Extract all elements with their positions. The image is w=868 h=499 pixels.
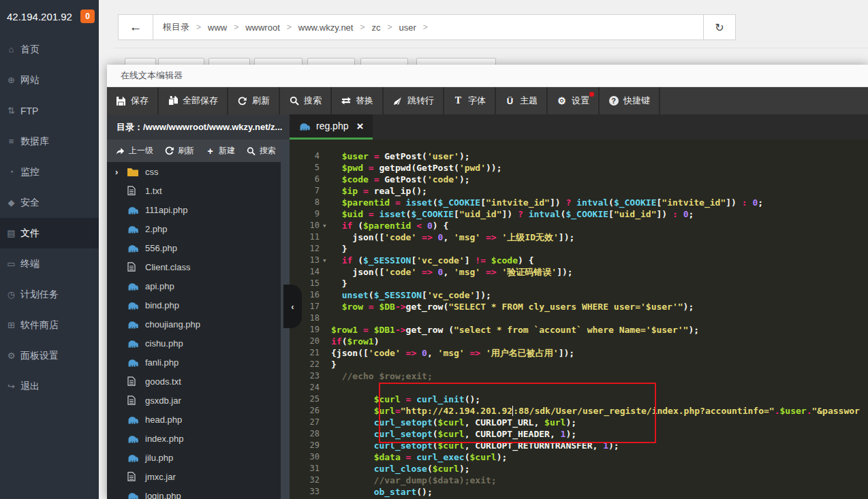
code-line: 28 curl_setopt($curl, CURLOPT_HEADER, 1)… xyxy=(290,428,868,440)
chevron-expand-icon[interactable]: › xyxy=(115,167,121,177)
notification-dot xyxy=(589,92,594,97)
refresh-action[interactable]: 刷新 xyxy=(165,145,194,157)
file-item[interactable]: gsxdb.jar xyxy=(107,391,281,410)
goto-line-button[interactable]: 跳转行 xyxy=(384,87,443,114)
sidebar-item-7[interactable]: ▤文件 xyxy=(0,218,99,248)
file-item[interactable]: 2.php xyxy=(107,219,281,238)
breadcrumb-item[interactable]: www.wkzy.net xyxy=(298,22,354,33)
file-item[interactable]: login.php xyxy=(107,486,281,499)
file-item[interactable]: 1.txt xyxy=(107,181,281,200)
file-name: choujiang.php xyxy=(145,319,200,329)
save-button[interactable]: 保存 xyxy=(107,87,157,114)
plus-icon: + xyxy=(206,146,215,155)
collapse-panel-handle[interactable]: ‹ xyxy=(283,285,302,328)
php-file-icon xyxy=(127,491,139,499)
file-item[interactable]: goods.txt xyxy=(107,372,281,391)
search-button[interactable]: 搜索 xyxy=(280,87,330,114)
file-name: 556.php xyxy=(145,243,177,253)
theme-button[interactable]: Ü主题 xyxy=(496,87,546,114)
sidebar-item-11[interactable]: ⚙面板设置 xyxy=(0,340,99,371)
file-item[interactable]: fanli.php xyxy=(107,353,281,372)
file-item[interactable]: index.php xyxy=(107,429,281,448)
fold-gutter xyxy=(320,370,331,382)
file-item[interactable]: head.php xyxy=(107,410,281,429)
line-number: 6 xyxy=(290,174,320,185)
code-line: 11 json(['code' => 0, 'msg' => '上级ID无效']… xyxy=(290,231,868,243)
directory-path-label: 目录：/www/wwwroot/www.wkzy.net/z... xyxy=(107,114,290,140)
php-file-icon xyxy=(127,338,139,349)
sidebar: 42.194.201.92 0 ⌂首页⊕网站⇅FTP≡数据库◔监控◆安全▤文件▭… xyxy=(0,0,99,499)
file-item[interactable]: jmxc.jar xyxy=(107,467,281,486)
breadcrumb-item[interactable]: user xyxy=(399,22,416,33)
file-name: 2.php xyxy=(145,224,168,234)
search-action[interactable]: 搜索 xyxy=(247,145,276,157)
save-all-button[interactable]: 全部保存 xyxy=(159,87,227,114)
code-line: 32 //var_dump($data);exit; xyxy=(290,474,868,486)
tab-reg-php[interactable]: reg.php × xyxy=(290,114,373,140)
help-button[interactable]: ?快捷键 xyxy=(600,87,659,114)
server-ip: 42.194.201.92 xyxy=(7,11,72,22)
sidebar-item-5[interactable]: ◔监控 xyxy=(0,157,99,187)
up-level-action[interactable]: 上一级 xyxy=(116,145,153,157)
chevron-right-icon: > xyxy=(287,22,292,32)
refresh-button[interactable]: ↻ xyxy=(703,15,735,39)
breadcrumb-item[interactable]: www xyxy=(208,22,227,33)
code-line: 16 unset($_SESSION['vc_code']); xyxy=(290,289,868,301)
settings-button[interactable]: ⚙设置 xyxy=(548,87,598,114)
refresh-icon: ↻ xyxy=(715,21,724,34)
file-name: jilu.php xyxy=(145,453,173,463)
toolbar-label: 全部保存 xyxy=(183,95,218,107)
line-number: 4 xyxy=(290,150,320,162)
fold-arrow-icon[interactable]: ▾ xyxy=(320,220,331,231)
sidebar-item-3[interactable]: ⇅FTP xyxy=(0,95,99,126)
doc-file-icon xyxy=(127,186,139,196)
file-item[interactable]: api.php xyxy=(107,276,281,295)
line-number: 30 xyxy=(290,451,320,463)
breadcrumb-item[interactable]: zc xyxy=(371,22,380,33)
file-item[interactable]: bind.php xyxy=(107,295,281,315)
file-item[interactable]: choujiang.php xyxy=(107,315,281,334)
save-icon xyxy=(116,96,126,106)
sidebar-item-label: 软件商店 xyxy=(20,319,59,332)
sidebar-item-10[interactable]: ⊞软件商店 xyxy=(0,310,99,340)
sidebar-item-9[interactable]: ◷计划任务 xyxy=(0,279,99,310)
toolbar-label: 保存 xyxy=(131,95,149,107)
line-number: 8 xyxy=(290,197,320,208)
sidebar-item-6[interactable]: ◆安全 xyxy=(0,187,99,218)
sidebar-item-4[interactable]: ≡数据库 xyxy=(0,126,99,157)
file-item[interactable]: ›css xyxy=(107,162,281,181)
close-icon[interactable]: × xyxy=(356,120,363,132)
php-file-icon xyxy=(299,121,311,131)
sidebar-item-1[interactable]: ⌂首页 xyxy=(0,34,99,65)
sidebar-item-label: 首页 xyxy=(20,44,40,56)
sidebar-item-2[interactable]: ⊕网站 xyxy=(0,65,99,95)
font-button[interactable]: T字体 xyxy=(444,87,495,114)
breadcrumb-item[interactable]: wwwroot xyxy=(245,22,280,33)
sidebar-item-label: 计划任务 xyxy=(20,289,59,301)
toolbar-label: 字体 xyxy=(468,95,486,107)
plus-action[interactable]: +新建 xyxy=(206,145,235,157)
file-item[interactable]: Client.class xyxy=(107,257,281,276)
replace-button[interactable]: 替换 xyxy=(332,87,382,114)
line-number: 31 xyxy=(290,463,320,474)
security-icon: ◆ xyxy=(6,197,16,208)
tab-label: reg.php xyxy=(316,120,348,131)
file-item[interactable]: jilu.php xyxy=(107,448,281,467)
breadcrumb-item[interactable]: 根目录 xyxy=(163,21,189,33)
fold-arrow-icon[interactable]: ▾ xyxy=(320,255,331,266)
file-item[interactable]: 111api.php xyxy=(107,200,281,219)
refresh-button[interactable]: 刷新 xyxy=(228,87,279,114)
code-line: 24 xyxy=(290,382,868,393)
notification-badge[interactable]: 0 xyxy=(80,10,95,23)
code-line: 27 curl_setopt($curl, CURLOPT_URL, $url)… xyxy=(290,417,868,428)
back-button[interactable]: ← xyxy=(119,15,153,39)
fold-gutter xyxy=(320,428,331,440)
toolbar-label: 设置 xyxy=(572,95,589,107)
replace-icon xyxy=(341,96,351,106)
sidebar-item-8[interactable]: ▭终端 xyxy=(0,248,99,279)
file-item[interactable]: cishu.php xyxy=(107,334,281,353)
line-number: 22 xyxy=(290,359,320,370)
file-item[interactable]: 556.php xyxy=(107,238,281,257)
sidebar-item-12[interactable]: ↪退出 xyxy=(0,371,99,402)
code-editor[interactable]: 4 $user = GetPost('user');5 $pwd = getpw… xyxy=(290,140,868,499)
